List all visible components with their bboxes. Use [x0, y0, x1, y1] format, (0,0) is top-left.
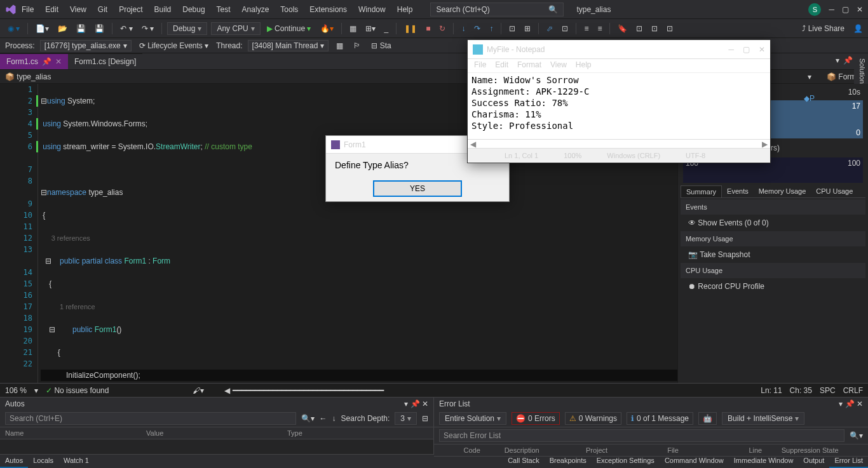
btab-autos[interactable]: Autos [0, 455, 28, 468]
indent-mode[interactable]: SPC [820, 386, 836, 395]
messages-badge[interactable]: ℹ 0 of 1 Message [627, 412, 693, 425]
np-scroll-left-icon[interactable]: ◀ [470, 140, 476, 148]
btab-immediate[interactable]: Immediate Window [729, 455, 799, 468]
step-over-icon[interactable]: ↷ [471, 23, 483, 34]
open-icon[interactable]: 📂 [55, 23, 70, 34]
menu-window[interactable]: Window [353, 3, 391, 17]
error-search-icon[interactable]: 🔍▾ [850, 431, 863, 440]
np-menu-help[interactable]: Help [572, 59, 595, 72]
pause-icon[interactable]: ❚❚ [402, 23, 419, 34]
pin-icon[interactable]: 📌 [42, 57, 51, 66]
errors-badge[interactable]: ⛔ 0 Errors [512, 412, 560, 425]
np-menu-format[interactable]: Format [513, 59, 545, 72]
sb-icon-1[interactable]: 🖌▾ [193, 386, 204, 395]
np-menu-view[interactable]: View [546, 59, 571, 72]
menu-file[interactable]: File [17, 3, 39, 17]
stop-icon[interactable]: ■ [423, 23, 433, 34]
np-menu-file[interactable]: File [470, 59, 490, 72]
tab-form1-cs[interactable]: Form1.cs 📌 ✕ [0, 53, 68, 69]
admin-icon[interactable]: 👤 [853, 24, 863, 33]
tb-icon-c[interactable]: ⬀ [544, 23, 555, 34]
db-icon-1[interactable]: ▦ [334, 40, 346, 51]
menu-edit[interactable]: Edit [40, 3, 64, 17]
issues-indicator[interactable]: ✓ No issues found [46, 386, 109, 395]
tb-icon-f[interactable]: ≡ [595, 23, 604, 34]
btab-callstack[interactable]: Call Stack [503, 455, 545, 468]
np-minimize-icon[interactable]: ─ [728, 45, 734, 54]
tb-icon-d[interactable]: ⊡ [559, 23, 571, 34]
show-events-button[interactable]: 👁 Show Events (0 of 0) [681, 216, 865, 230]
continue-button[interactable]: ▶ Continue ▾ [264, 23, 314, 34]
np-maximize-icon[interactable]: ▢ [743, 45, 750, 54]
new-file-icon[interactable]: 📄▾ [33, 23, 51, 34]
btab-breakpoints[interactable]: Breakpoints [545, 455, 592, 468]
user-avatar[interactable]: S [808, 3, 821, 16]
filter-dropdown[interactable]: Build + IntelliSense ▾ [722, 412, 804, 425]
notepad-content[interactable]: Name: Widow's Sorrow Assignment: APK-122… [468, 73, 770, 139]
btab-errorlist[interactable]: Error List [829, 455, 868, 468]
minimize-icon[interactable]: ─ [829, 5, 834, 14]
yes-button[interactable]: YES [373, 180, 462, 197]
live-share-button[interactable]: ⤴ Live Share 👤 [802, 24, 863, 33]
diag-tab-events[interactable]: Events [722, 185, 754, 197]
nav-back-icon[interactable]: ◉ ▾ [5, 23, 22, 34]
menu-view[interactable]: View [65, 3, 92, 17]
tb-icon-j[interactable]: ⊡ [664, 23, 675, 34]
db-icon-2[interactable]: 🏳 [351, 40, 363, 51]
btab-locals[interactable]: Locals [28, 455, 58, 468]
tb-icon-a[interactable]: ⊡ [506, 23, 518, 34]
menu-test[interactable]: Test [212, 3, 236, 17]
hot-reload-icon[interactable]: 🔥▾ [318, 23, 336, 34]
btab-command[interactable]: Command Window [660, 455, 729, 468]
diag-tab-cpu[interactable]: CPU Usage [811, 185, 858, 197]
warnings-badge[interactable]: ⚠ 0 Warnings [565, 412, 621, 425]
config-dropdown[interactable]: Debug ▾ [167, 22, 207, 35]
notepad-titlebar[interactable]: MyFile - Notepad ─ ▢ ✕ [468, 40, 770, 59]
np-menu-edit[interactable]: Edit [491, 59, 512, 72]
lifecycle-events[interactable]: ⟳ Lifecycle Events ▾ [137, 40, 211, 51]
step-into-icon[interactable]: ↓ [459, 23, 468, 34]
autos-search-icon[interactable]: 🔍▾ [301, 414, 315, 423]
undo-icon[interactable]: ↶ ▾ [118, 23, 135, 34]
restart-icon[interactable]: ↻ [437, 23, 448, 34]
db-icon-3[interactable]: ⊟ Sta [369, 40, 393, 51]
tb-icon-2[interactable]: ⊞▾ [363, 23, 378, 34]
menu-help[interactable]: Help [392, 3, 418, 17]
tb-icon-i[interactable]: ⊡ [649, 23, 660, 34]
np-close-icon[interactable]: ✕ [759, 45, 765, 54]
menu-tools[interactable]: Tools [275, 3, 303, 17]
step-out-icon[interactable]: ↑ [487, 23, 496, 34]
save-all-icon[interactable]: 💾 [92, 23, 107, 34]
tb-icon-h[interactable]: ⊡ [634, 23, 645, 34]
platform-dropdown[interactable]: Any CPU ▾ [211, 22, 260, 35]
scope-dropdown[interactable]: Entire Solution ▾ [439, 412, 506, 425]
close-tab-icon[interactable]: ✕ [55, 57, 62, 66]
tab-form1-design[interactable]: Form1.cs [Design] [68, 53, 142, 69]
process-dropdown[interactable]: [16776] type_alias.exe ▾ [40, 40, 132, 51]
menu-git[interactable]: Git [93, 3, 112, 17]
menu-build[interactable]: Build [149, 3, 177, 17]
save-icon[interactable]: 💾 [74, 23, 88, 34]
tb-icon-e[interactable]: ≡ [581, 23, 591, 34]
line-ending[interactable]: CRLF [843, 386, 863, 395]
btab-watch[interactable]: Watch 1 [58, 455, 94, 468]
tb-icon-b[interactable]: ⊞ [522, 23, 533, 34]
error-search[interactable]: Search Error List [439, 429, 844, 442]
maximize-icon[interactable]: ▢ [842, 5, 849, 14]
menu-extensions[interactable]: Extensions [304, 3, 352, 17]
tab-pin-icon[interactable]: 📌 [843, 56, 853, 67]
search-depth[interactable]: 3 ▾ [395, 412, 417, 425]
btab-output[interactable]: Output [798, 455, 829, 468]
take-snapshot-button[interactable]: 📷 Take Snapshot [681, 248, 865, 262]
zoom-level[interactable]: 106 % [5, 386, 27, 395]
ai-badge[interactable]: 🤖 [698, 412, 717, 425]
tb-icon-g[interactable]: 🔖 [615, 23, 630, 34]
redo-icon[interactable]: ↷ ▾ [139, 23, 156, 34]
bc-namespace[interactable]: 📦 type_alias [5, 72, 51, 81]
menu-debug[interactable]: Debug [177, 3, 210, 17]
np-scroll-right-icon[interactable]: ▶ [762, 140, 768, 148]
btab-exception[interactable]: Exception Settings [592, 455, 660, 468]
tb-icon-1[interactable]: ▦ [347, 23, 359, 34]
diag-tab-summary[interactable]: Summary [681, 185, 722, 197]
autos-search[interactable]: Search (Ctrl+E) [5, 412, 296, 425]
